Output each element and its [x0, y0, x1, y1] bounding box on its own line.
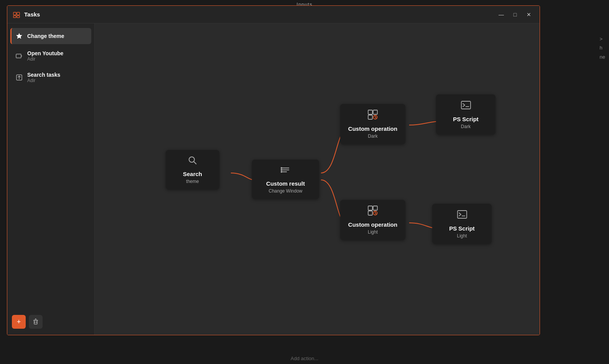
svg-rect-9 — [34, 320, 37, 324]
search-node-sub: theme — [186, 179, 199, 184]
svg-rect-32 — [461, 101, 471, 109]
node-custom-result[interactable]: Custom result Change Window — [252, 160, 319, 199]
svg-rect-22 — [368, 115, 372, 119]
sidebar-item-text-change-theme: Change theme — [27, 33, 64, 39]
svg-rect-21 — [373, 110, 377, 114]
delete-button[interactable] — [29, 315, 43, 329]
maximize-button[interactable]: □ — [510, 9, 520, 20]
sidebar-item-search-tasks[interactable]: Search tasks Adir — [10, 68, 91, 87]
svg-point-17 — [281, 168, 281, 168]
right-hints: > h ne — [600, 35, 605, 61]
node-custom-op-light[interactable]: Custom operation Light — [340, 200, 405, 240]
tasks-icon — [13, 11, 20, 18]
window-title: Tasks — [24, 11, 492, 18]
svg-rect-0 — [13, 12, 16, 15]
svg-rect-27 — [373, 206, 377, 210]
star-icon — [15, 32, 23, 40]
add-button[interactable]: + — [12, 315, 26, 329]
svg-line-31 — [375, 213, 377, 214]
svg-rect-26 — [368, 206, 372, 210]
svg-marker-6 — [21, 55, 22, 57]
upload-icon — [15, 73, 23, 82]
minimize-button[interactable]: — — [496, 9, 507, 20]
svg-line-13 — [194, 162, 197, 165]
svg-rect-34 — [458, 211, 467, 218]
node-custom-op-dark[interactable]: Custom operation Dark — [340, 104, 405, 144]
ps-script-dark-title: PS Script — [453, 116, 479, 122]
custom-op-light-title: Custom operation — [348, 221, 397, 228]
sidebar-item-change-theme[interactable]: Change theme — [10, 28, 91, 44]
grid-dark-icon — [367, 109, 378, 122]
node-search-theme[interactable]: Search theme — [166, 150, 219, 189]
svg-rect-5 — [16, 54, 21, 58]
sidebar-toolbar: + — [10, 312, 91, 330]
sidebar-item-text-search-tasks: Search tasks Adir — [27, 72, 60, 83]
ps-script-light-title: PS Script — [449, 225, 475, 232]
window-body: Change theme Open Youtube Adir — [7, 23, 540, 335]
search-node-title: Search — [183, 171, 202, 177]
canvas-area: Search theme Custom result Change Wi — [95, 23, 540, 335]
node-ps-script-dark[interactable]: PS Script Dark — [436, 94, 495, 135]
svg-point-12 — [189, 157, 194, 162]
custom-op-dark-title: Custom operation — [348, 125, 397, 132]
window-controls: — □ ✕ — [496, 9, 534, 20]
sidebar-item-open-youtube[interactable]: Open Youtube Adir — [10, 46, 91, 66]
terminal-light-icon — [457, 209, 467, 222]
search-node-icon — [188, 155, 198, 168]
terminal-dark-icon — [461, 100, 471, 113]
bottom-bar-text: Add action... — [291, 356, 318, 361]
video-icon — [15, 52, 23, 60]
list-node-icon — [281, 165, 291, 177]
custom-result-sub: Change Window — [268, 188, 302, 194]
svg-point-19 — [281, 171, 281, 172]
svg-rect-3 — [17, 16, 20, 18]
svg-line-25 — [375, 117, 377, 119]
ps-script-light-sub: Light — [457, 233, 467, 239]
custom-op-light-sub: Light — [368, 229, 378, 235]
grid-light-icon — [367, 205, 378, 218]
title-bar: Tasks — □ ✕ — [7, 6, 540, 23]
main-window: Tasks — □ ✕ Change theme — [7, 5, 540, 335]
svg-rect-2 — [13, 16, 16, 18]
sidebar: Change theme Open Youtube Adir — [7, 23, 95, 335]
svg-marker-4 — [16, 33, 22, 39]
bottom-bar: Add action... — [0, 352, 609, 364]
ps-script-dark-sub: Dark — [461, 124, 471, 129]
node-ps-script-light[interactable]: PS Script Light — [432, 204, 492, 244]
sidebar-item-text-open-youtube: Open Youtube Adir — [27, 50, 63, 62]
svg-rect-28 — [368, 211, 372, 215]
custom-result-title: Custom result — [266, 180, 305, 187]
close-button[interactable]: ✕ — [523, 9, 534, 20]
svg-point-18 — [281, 170, 281, 170]
svg-rect-20 — [368, 110, 372, 114]
svg-rect-1 — [17, 12, 20, 15]
custom-op-dark-sub: Dark — [368, 133, 377, 139]
